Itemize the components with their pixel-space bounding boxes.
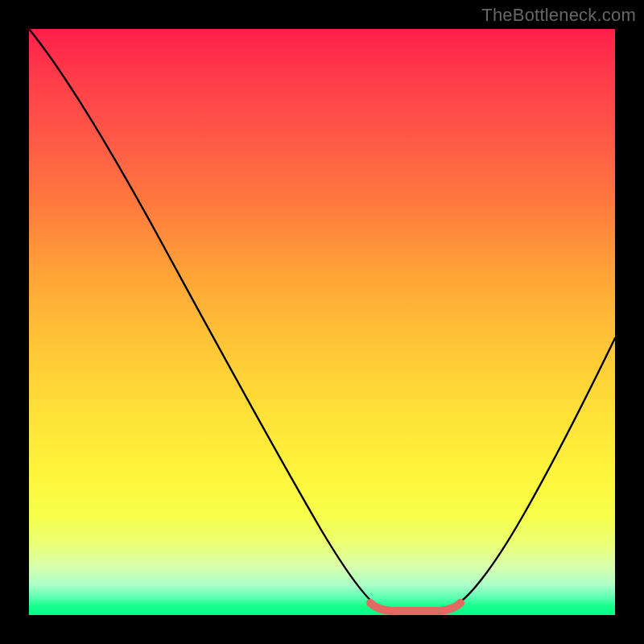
chart-frame: TheBottleneck.com (0, 0, 644, 644)
series-group (29, 29, 615, 612)
watermark-text: TheBottleneck.com (481, 5, 636, 26)
bottleneck-curve (29, 29, 615, 612)
chart-svg (0, 0, 644, 644)
optimal-range-marker (370, 603, 460, 611)
